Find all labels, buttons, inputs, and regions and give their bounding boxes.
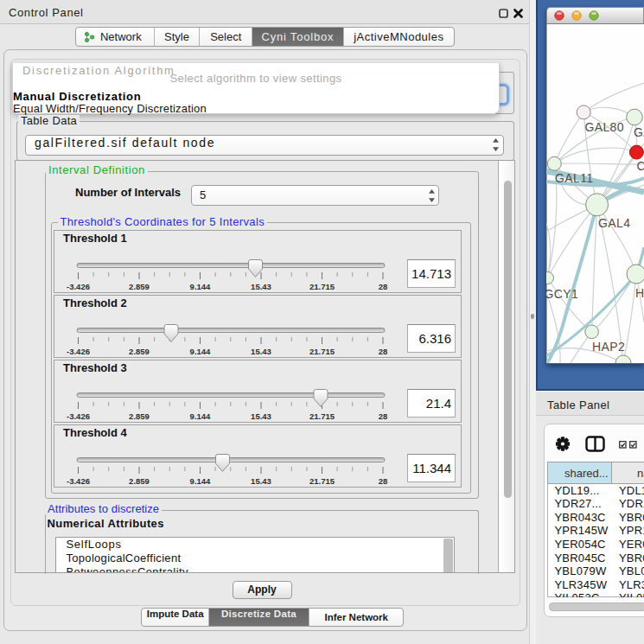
svg-text:-3.426: -3.426 xyxy=(67,347,90,356)
svg-text:15.43: 15.43 xyxy=(251,282,271,291)
svg-text:CY: CY xyxy=(637,159,644,173)
svg-text:21.715: 21.715 xyxy=(309,411,335,421)
svg-text:GAL4: GAL4 xyxy=(598,216,630,230)
svg-text:GAL80: GAL80 xyxy=(584,120,624,134)
svg-text:HAP2: HAP2 xyxy=(592,340,625,354)
svg-text:15.43: 15.43 xyxy=(251,476,271,486)
svg-text:21.715: 21.715 xyxy=(309,347,335,356)
svg-text:2.859: 2.859 xyxy=(129,411,150,421)
svg-text:GAL11: GAL11 xyxy=(555,171,594,185)
svg-text:2.859: 2.859 xyxy=(129,347,150,356)
svg-text:-3.426: -3.426 xyxy=(67,476,90,486)
svg-text:2.859: 2.859 xyxy=(129,282,150,291)
svg-text:28: 28 xyxy=(379,476,388,486)
svg-text:28: 28 xyxy=(379,282,388,291)
svg-text:-3.426: -3.426 xyxy=(67,411,90,421)
svg-text:9.144: 9.144 xyxy=(190,347,211,356)
svg-text:9.144: 9.144 xyxy=(190,411,211,421)
svg-text:15.43: 15.43 xyxy=(251,347,271,356)
svg-text:9.144: 9.144 xyxy=(190,476,211,486)
svg-text:2.859: 2.859 xyxy=(129,476,150,486)
svg-text:-3.426: -3.426 xyxy=(67,282,90,291)
svg-text:28: 28 xyxy=(379,411,388,421)
svg-text:HI: HI xyxy=(635,286,644,300)
svg-text:9.144: 9.144 xyxy=(190,282,211,291)
svg-text:GAL: GAL xyxy=(634,125,644,139)
svg-text:15.43: 15.43 xyxy=(251,411,271,421)
svg-text:GCY1: GCY1 xyxy=(546,287,578,301)
svg-text:28: 28 xyxy=(379,347,388,356)
svg-text:21.715: 21.715 xyxy=(309,476,335,486)
svg-text:21.715: 21.715 xyxy=(309,282,335,291)
